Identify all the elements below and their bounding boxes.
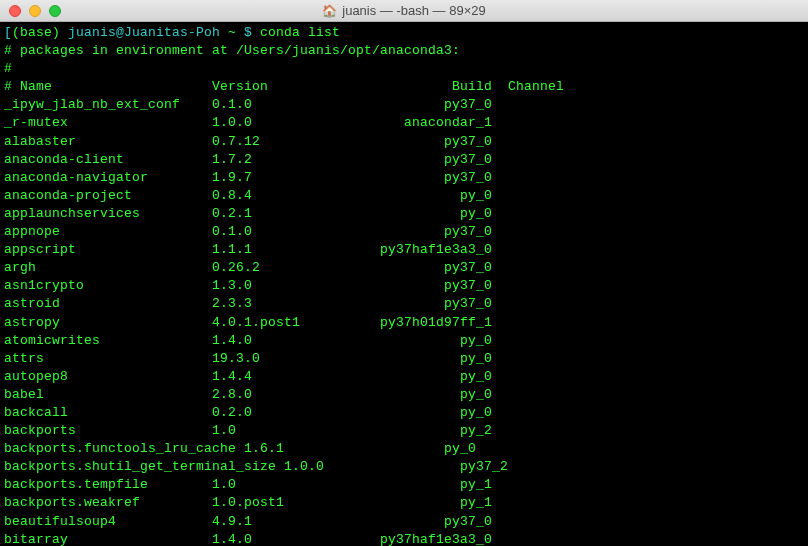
maximize-icon[interactable] <box>49 5 61 17</box>
terminal-line: backports.weakref 1.0.post1 py_1 <box>4 494 804 512</box>
titlebar: 🏠 juanis — -bash — 89×29 <box>0 0 808 22</box>
terminal-output[interactable]: [(base) juanis@Juanitas-Poh ~ $ conda li… <box>0 22 808 546</box>
table-row: anaconda-navigator 1.9.7 py37_0 <box>4 170 492 185</box>
table-row: alabaster 0.7.12 py37_0 <box>4 134 492 149</box>
table-row: anaconda-project 0.8.4 py_0 <box>4 188 492 203</box>
table-row: argh 0.26.2 py37_0 <box>4 260 492 275</box>
prompt-dollar: $ <box>244 25 260 40</box>
table-row: _ipyw_jlab_nb_ext_conf 0.1.0 py37_0 <box>4 97 492 112</box>
terminal-line: alabaster 0.7.12 py37_0 <box>4 133 804 151</box>
terminal-line: # packages in environment at /Users/juan… <box>4 42 804 60</box>
window-title-text: juanis — -bash — 89×29 <box>342 3 485 18</box>
terminal-line: # <box>4 60 804 78</box>
table-row: autopep8 1.4.4 py_0 <box>4 369 492 384</box>
table-row: bitarray 1.4.0 py37haf1e3a3_0 <box>4 532 492 546</box>
terminal-line: argh 0.26.2 py37_0 <box>4 259 804 277</box>
table-row: backports.tempfile 1.0 py_1 <box>4 477 492 492</box>
table-row: backports.weakref 1.0.post1 py_1 <box>4 495 492 510</box>
close-icon[interactable] <box>9 5 21 17</box>
table-row: anaconda-client 1.7.2 py37_0 <box>4 152 492 167</box>
traffic-lights <box>0 5 61 17</box>
terminal-line: backcall 0.2.0 py_0 <box>4 404 804 422</box>
table-row: attrs 19.3.0 py_0 <box>4 351 492 366</box>
terminal-line: anaconda-project 0.8.4 py_0 <box>4 187 804 205</box>
terminal-line: appscript 1.1.1 py37haf1e3a3_0 <box>4 241 804 259</box>
terminal-line: applaunchservices 0.2.1 py_0 <box>4 205 804 223</box>
table-row: appnope 0.1.0 py37_0 <box>4 224 492 239</box>
hash-comment: # <box>4 61 12 76</box>
table-row: applaunchservices 0.2.1 py_0 <box>4 206 492 221</box>
terminal-line: babel 2.8.0 py_0 <box>4 386 804 404</box>
table-row: beautifulsoup4 4.9.1 py37_0 <box>4 514 492 529</box>
table-row: astropy 4.0.1.post1 py37h01d97ff_1 <box>4 315 492 330</box>
prompt-env: (base) <box>12 25 68 40</box>
table-row: babel 2.8.0 py_0 <box>4 387 492 402</box>
table-row: backports.shutil_get_terminal_size 1.0.0… <box>4 459 508 474</box>
terminal-line: atomicwrites 1.4.0 py_0 <box>4 332 804 350</box>
terminal-line: astropy 4.0.1.post1 py37h01d97ff_1 <box>4 314 804 332</box>
terminal-line: astroid 2.3.3 py37_0 <box>4 295 804 313</box>
table-header: # Name Version Build Channel <box>4 79 564 94</box>
terminal-line: attrs 19.3.0 py_0 <box>4 350 804 368</box>
table-row: astroid 2.3.3 py37_0 <box>4 296 492 311</box>
terminal-line: backports 1.0 py_2 <box>4 422 804 440</box>
terminal-line: anaconda-navigator 1.9.7 py37_0 <box>4 169 804 187</box>
table-row: appscript 1.1.1 py37haf1e3a3_0 <box>4 242 492 257</box>
terminal-line: backports.shutil_get_terminal_size 1.0.0… <box>4 458 804 476</box>
table-row: _r-mutex 1.0.0 anacondar_1 <box>4 115 492 130</box>
home-icon: 🏠 <box>322 4 337 18</box>
terminal-line: asn1crypto 1.3.0 py37_0 <box>4 277 804 295</box>
terminal-line: beautifulsoup4 4.9.1 py37_0 <box>4 513 804 531</box>
terminal-line: appnope 0.1.0 py37_0 <box>4 223 804 241</box>
table-row: atomicwrites 1.4.0 py_0 <box>4 333 492 348</box>
table-row: backcall 0.2.0 py_0 <box>4 405 492 420</box>
prompt-command: conda list <box>260 25 340 40</box>
terminal-line: [(base) juanis@Juanitas-Poh ~ $ conda li… <box>4 24 804 42</box>
prompt-path: ~ <box>228 25 244 40</box>
terminal-line: _r-mutex 1.0.0 anacondar_1 <box>4 114 804 132</box>
terminal-line: autopep8 1.4.4 py_0 <box>4 368 804 386</box>
env-comment: # packages in environment at /Users/juan… <box>4 43 460 58</box>
table-row: backports.functools_lru_cache 1.6.1 py_0 <box>4 441 476 456</box>
table-row: asn1crypto 1.3.0 py37_0 <box>4 278 492 293</box>
terminal-line: _ipyw_jlab_nb_ext_conf 0.1.0 py37_0 <box>4 96 804 114</box>
prompt-bracket: [ <box>4 25 12 40</box>
minimize-icon[interactable] <box>29 5 41 17</box>
terminal-line: bitarray 1.4.0 py37haf1e3a3_0 <box>4 531 804 546</box>
terminal-line: backports.functools_lru_cache 1.6.1 py_0 <box>4 440 804 458</box>
prompt-userhost: juanis@Juanitas-Poh <box>68 25 228 40</box>
terminal-line: anaconda-client 1.7.2 py37_0 <box>4 151 804 169</box>
window-title: 🏠 juanis — -bash — 89×29 <box>0 3 808 18</box>
terminal-line: backports.tempfile 1.0 py_1 <box>4 476 804 494</box>
terminal-line: # Name Version Build Channel <box>4 78 804 96</box>
table-row: backports 1.0 py_2 <box>4 423 492 438</box>
